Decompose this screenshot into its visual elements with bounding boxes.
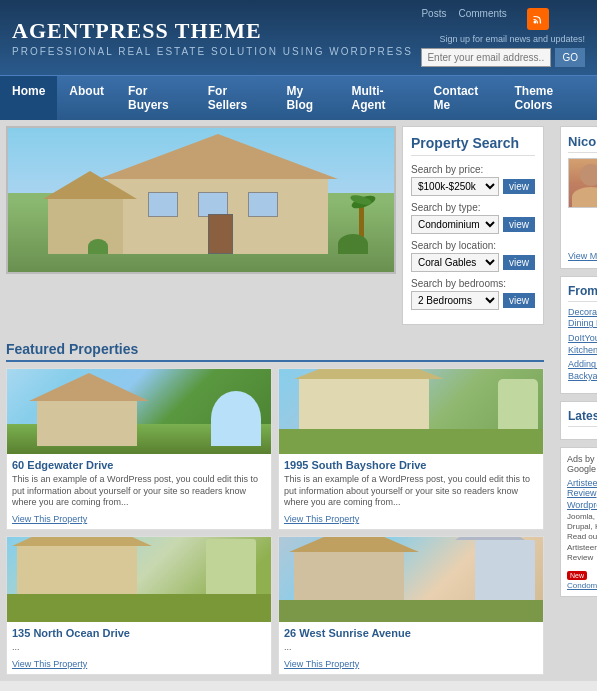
property-card-3: 135 North Ocean Drive ... View This Prop… [6,536,272,675]
view-blog-posts-link[interactable]: View My Blog Posts [568,251,597,261]
ads-label: Ads by Google [567,454,597,474]
featured-section: Featured Properties 60 Edgewater Drive T… [6,341,544,675]
type-label: Search by type: [411,202,535,213]
main-nav: HomeAboutFor BuyersFor SellersMy BlogMul… [0,75,597,120]
property-info-2: 1995 South Bayshore Drive This is an exa… [279,454,543,529]
bedrooms-select[interactable]: 2 Bedrooms [411,291,499,310]
property-info-3: 135 North Ocean Drive ... View This Prop… [7,622,271,674]
price-view-btn[interactable]: view [503,179,535,194]
nav-item-home[interactable]: Home [0,76,57,120]
property-link-3[interactable]: View This Property [12,659,87,669]
price-select[interactable]: $100k-$250k [411,177,499,196]
property-link-1[interactable]: View This Property [12,514,87,524]
property-card-2: 1995 South Bayshore Drive This is an exa… [278,368,544,530]
property-search-title: Property Search [411,135,535,156]
blog-link-3[interactable]: Adding a Patio Spa to Your Backyard [568,359,597,382]
nav-item-for-sellers[interactable]: For Sellers [196,76,275,120]
tweets-header: Latest Tweets [568,409,597,427]
newsletter-links: Posts Comments [421,8,585,30]
bedrooms-filter: Search by bedrooms: 2 Bedrooms view [411,278,535,310]
property-info-1: 60 Edgewater Drive This is an example of… [7,454,271,529]
ads-by-google: Ads by Google G ↗ [567,454,597,474]
ad-link-0[interactable]: Artisteer Review [567,478,597,498]
svg-point-0 [533,21,536,24]
price-filter: Search by price: $100k-$250k view [411,164,535,196]
site-title: AgentPress Theme [12,18,413,44]
site-subtitle: Professional Real Estate Solution Using … [12,46,413,57]
nav-item-contact-me[interactable]: Contact Me [422,76,503,120]
ads-block: Ads by Google G ↗ Artisteer Review Wordp… [560,447,597,597]
property-image-4 [279,537,543,622]
properties-grid: 60 Edgewater Drive This is an example of… [6,368,544,675]
newsletter-go-button[interactable]: GO [555,48,585,67]
property-desc-1: This is an example of a WordPress post, … [12,474,266,509]
signup-text: Sign up for email news and updates! [421,34,585,44]
rss-icon[interactable] [527,8,549,30]
type-view-btn[interactable]: view [503,217,535,232]
blog-link-1[interactable]: Decorating A Contemporary Dining Room [568,307,597,330]
nav-item-my-blog[interactable]: My Blog [274,76,339,120]
ad-link-1[interactable]: Wordpress [567,500,597,510]
newsletter-block: Posts Comments Sign up for email news an… [421,8,585,67]
property-desc-2: This is an example of a WordPress post, … [284,474,538,509]
nav-item-multi-agent[interactable]: Multi-Agent [340,76,422,120]
newsletter-input-row: GO [421,48,585,67]
property-image-1 [7,369,271,454]
main-content: Property Search Search by price: $100k-$… [6,126,544,675]
nav-item-theme-colors[interactable]: Theme Colors [503,76,597,120]
bedrooms-view-btn[interactable]: view [503,293,535,308]
location-filter: Search by location: Coral Gables view [411,240,535,272]
tweets-title: Latest Tweets [568,409,597,423]
location-view-btn[interactable]: view [503,255,535,270]
profile-block: Nicole Nicolay As an industry consultant… [560,126,597,269]
posts-link[interactable]: Posts [421,8,446,30]
avatar [568,158,597,208]
property-desc-3: ... [12,642,266,654]
site-title-block: AgentPress Theme Professional Real Estat… [12,18,413,57]
nav-item-about[interactable]: About [57,76,116,120]
type-select[interactable]: Condominium [411,215,499,234]
location-select[interactable]: Coral Gables [411,253,499,272]
latest-tweets-block: Latest Tweets [560,401,597,440]
new-badge: New Condominium [567,568,597,590]
type-filter: Search by type: Condominium view [411,202,535,234]
profile-name: Nicole Nicolay [568,134,597,153]
property-name-2: 1995 South Bayshore Drive [284,459,538,471]
property-name-4: 26 West Sunrise Avenue [284,627,538,639]
property-desc-4: ... [284,642,538,654]
bedrooms-label: Search by bedrooms: [411,278,535,289]
comments-link[interactable]: Comments [458,8,506,30]
featured-title: Featured Properties [6,341,544,362]
sidebar: Nicole Nicolay As an industry consultant… [560,126,597,675]
property-link-2[interactable]: View This Property [284,514,359,524]
profile-content: As an industry consultant, trainer, and … [568,158,597,246]
property-name-1: 60 Edgewater Drive [12,459,266,471]
property-image-2 [279,369,543,454]
newsletter-input[interactable] [421,48,551,67]
ads-archives-row: Ads by Google G ↗ Artisteer Review Wordp… [560,447,597,597]
property-search: Property Search Search by price: $100k-$… [402,126,544,325]
ad-text: Joomla, Drupal, HTML Read our Artisteer … [567,512,597,564]
price-label: Search by price: [411,164,535,175]
blog-link-2[interactable]: DoItYourself Tile for a Luxury Kitchen [568,333,597,356]
property-info-4: 26 West Sunrise Avenue ... View This Pro… [279,622,543,674]
new-label: New [567,571,587,580]
property-image-3 [7,537,271,622]
property-link-4[interactable]: View This Property [284,659,359,669]
location-label: Search by location: [411,240,535,251]
property-card-4: 26 West Sunrise Avenue ... View This Pro… [278,536,544,675]
from-blog-block: From the Blog Decorating A Contemporary … [560,276,597,394]
property-name-3: 135 North Ocean Drive [12,627,266,639]
property-card-1: 60 Edgewater Drive This is an example of… [6,368,272,530]
hero-image [6,126,396,274]
site-header: AgentPress Theme Professional Real Estat… [0,0,597,75]
from-blog-title: From the Blog [568,284,597,302]
new-sub[interactable]: Condominium [567,581,597,590]
nav-item-for-buyers[interactable]: For Buyers [116,76,196,120]
